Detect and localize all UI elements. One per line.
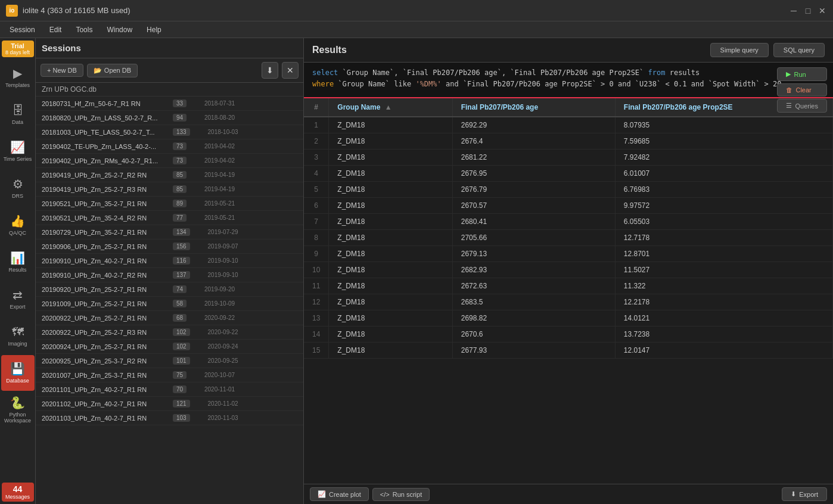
cell-num: 5 bbox=[304, 182, 329, 198]
cell-final-age: 2682.93 bbox=[452, 262, 615, 278]
minimize-button[interactable]: ─ bbox=[789, 6, 798, 15]
run-script-button[interactable]: </> Run script bbox=[372, 488, 430, 501]
session-list-item[interactable]: 20201102_UPb_Zrn_40-2-7_R1 RN 121 2020-1… bbox=[36, 397, 303, 411]
session-list-item[interactable]: 20190521_UPb_Zrn_35-2-7_R1 RN 89 2019-05… bbox=[36, 197, 303, 211]
cell-num: 10 bbox=[304, 262, 329, 278]
session-list-item[interactable]: 20180731_Hf_Zrn_50-6-7_R1 RN 33 2018-07-… bbox=[36, 97, 303, 111]
menu-window[interactable]: Window bbox=[101, 24, 138, 36]
col-group-name[interactable]: Group Name ▲ bbox=[329, 98, 452, 117]
messages-badge[interactable]: 44 Messages bbox=[2, 483, 34, 502]
sidebar-item-export[interactable]: ⇄ Export bbox=[1, 281, 35, 317]
session-list-item[interactable]: 20201103_UPb_Zrn_40-2-7_R1 RN 103 2020-1… bbox=[36, 411, 303, 425]
session-list-item[interactable]: 20201007_UPb_Zrn_25-3-7_R1 RN 75 2020-10… bbox=[36, 368, 303, 382]
sidebar-item-results[interactable]: 📊 Results bbox=[1, 244, 35, 280]
session-date: 2019-04-19 bbox=[190, 172, 235, 178]
table-row[interactable]: 14 Z_DM18 2670.6 13.7238 bbox=[304, 326, 833, 343]
sidebar-item-database[interactable]: 💾 Database bbox=[1, 355, 35, 391]
session-list-item[interactable]: 20200922_UPb_Zrn_25-2-7_R1 RN 68 2020-09… bbox=[36, 311, 303, 325]
cell-prop2se: 11.5027 bbox=[615, 262, 832, 278]
open-db-button[interactable]: 📂 Open DB bbox=[87, 64, 138, 77]
session-date: 2019-04-19 bbox=[190, 186, 235, 192]
col-num: # bbox=[304, 98, 329, 117]
sidebar-item-qa-qc[interactable]: 👍 QA/QC bbox=[1, 207, 35, 243]
session-list-item[interactable]: 20191009_UPb_Zrn_25-2-7_R1 RN 58 2019-10… bbox=[36, 297, 303, 311]
sidebar-item-drs[interactable]: ⚙ DRS bbox=[1, 170, 35, 206]
menu-help[interactable]: Help bbox=[141, 24, 167, 36]
create-plot-button[interactable]: 📈 Create plot bbox=[310, 487, 369, 501]
cell-group-name: Z_DM18 bbox=[329, 150, 452, 166]
session-list-item[interactable]: 20190419_UPb_Zrn_25-2-7_R2 RN 85 2019-04… bbox=[36, 168, 303, 182]
session-count: 102 bbox=[173, 328, 190, 336]
session-list-item[interactable]: 20190419_UPb_Zrn_25-2-7_R3 RN 85 2019-04… bbox=[36, 182, 303, 197]
cell-final-age: 2670.6 bbox=[452, 326, 615, 343]
close-button[interactable]: ✕ bbox=[818, 6, 827, 15]
table-row[interactable]: 9 Z_DM18 2679.13 12.8701 bbox=[304, 246, 833, 262]
session-list-item[interactable]: 20190910_UPb_Zrn_40-2-7_R1 RN 116 2019-0… bbox=[36, 254, 303, 268]
table-row[interactable]: 3 Z_DM18 2681.22 7.92482 bbox=[304, 150, 833, 166]
table-row[interactable]: 7 Z_DM18 2680.41 6.05503 bbox=[304, 214, 833, 230]
session-date: 2019-04-02 bbox=[190, 157, 235, 164]
imaging-label: Imaging bbox=[8, 341, 27, 347]
results-panel: Results Simple query SQL query select `G… bbox=[304, 38, 833, 504]
cell-group-name: Z_DM18 bbox=[329, 326, 452, 343]
queries-button[interactable]: ☰ Queries bbox=[777, 99, 827, 113]
clear-button[interactable]: 🗑 Clear bbox=[777, 83, 827, 97]
sql-editor[interactable]: select `Group Name`, `Final Pb207/Pb206 … bbox=[304, 63, 833, 98]
session-list-item[interactable]: 20200925_UPb_Zrn_25-3-7_R2 RN 101 2020-0… bbox=[36, 354, 303, 368]
run-button[interactable]: ▶ Run bbox=[777, 67, 827, 81]
cell-num: 6 bbox=[304, 198, 329, 214]
session-name: 20190402_TE-UPb_Zrn_LASS_40-2-... bbox=[42, 143, 173, 150]
export-button[interactable]: ⬇ Export bbox=[782, 487, 827, 501]
cell-prop2se: 6.01007 bbox=[615, 166, 832, 182]
table-row[interactable]: 1 Z_DM18 2692.29 8.07935 bbox=[304, 117, 833, 133]
session-list-item[interactable]: 20181003_UPb_TE_LASS_50-2-7_T... 133 201… bbox=[36, 125, 303, 139]
menu-tools[interactable]: Tools bbox=[70, 24, 98, 36]
col-final-age[interactable]: Final Pb207/Pb206 age bbox=[452, 98, 615, 117]
results-tbody: 1 Z_DM18 2692.29 8.07935 2 Z_DM18 2676.4… bbox=[304, 117, 833, 359]
session-list-item[interactable]: 20190402_UPb_Zrn_RMs_40-2-7_R1... 73 201… bbox=[36, 154, 303, 168]
table-row[interactable]: 13 Z_DM18 2698.82 14.0121 bbox=[304, 310, 833, 326]
sql-query-button[interactable]: SQL query bbox=[773, 43, 825, 57]
table-row[interactable]: 6 Z_DM18 2670.57 9.97572 bbox=[304, 198, 833, 214]
data-icon: 🗄 bbox=[12, 104, 24, 117]
simple-query-button[interactable]: Simple query bbox=[710, 43, 769, 57]
session-list-item[interactable]: 20180820_UPb_Zrn_LASS_50-2-7_R... 94 201… bbox=[36, 111, 303, 125]
sidebar-item-imaging[interactable]: 🗺 Imaging bbox=[1, 318, 35, 354]
table-row[interactable]: 11 Z_DM18 2672.63 11.322 bbox=[304, 278, 833, 294]
session-list-item[interactable]: 20190729_UPb_Zrn_35-2-7_R1 RN 134 2019-0… bbox=[36, 225, 303, 239]
session-name: 20181003_UPb_TE_LASS_50-2-7_T... bbox=[42, 129, 173, 136]
table-row[interactable]: 10 Z_DM18 2682.93 11.5027 bbox=[304, 262, 833, 278]
table-row[interactable]: 4 Z_DM18 2676.95 6.01007 bbox=[304, 166, 833, 182]
sidebar-item-time-series[interactable]: 📈 Time Series bbox=[1, 133, 35, 169]
session-count: 134 bbox=[173, 228, 190, 236]
sidebar-item-python[interactable]: 🐍 PythonWorkspace bbox=[1, 392, 35, 428]
session-list-item[interactable]: 20200922_UPb_Zrn_25-2-7_R3 RN 102 2020-0… bbox=[36, 325, 303, 340]
menu-edit[interactable]: Edit bbox=[43, 24, 68, 36]
maximize-button[interactable]: □ bbox=[803, 6, 813, 15]
session-list-item[interactable]: 20190521_UPb_Zrn_35-2-4_R2 RN 77 2019-05… bbox=[36, 211, 303, 225]
cell-prop2se: 12.8701 bbox=[615, 246, 832, 262]
table-header-row: # Group Name ▲ Final Pb207/Pb206 age Fin… bbox=[304, 98, 833, 117]
table-row[interactable]: 8 Z_DM18 2705.66 12.7178 bbox=[304, 230, 833, 246]
menu-session[interactable]: Session bbox=[4, 24, 41, 36]
session-list-item[interactable]: 20190910_UPb_Zrn_40-2-7_R2 RN 137 2019-0… bbox=[36, 268, 303, 282]
sidebar-item-data[interactable]: 🗄 Data bbox=[1, 97, 35, 132]
session-list-item[interactable]: 20201101_UPb_Zrn_40-2-7_R1 RN 70 2020-11… bbox=[36, 382, 303, 397]
close-db-button[interactable]: ✕ bbox=[282, 62, 299, 79]
session-list-item[interactable]: 20190906_UPb_Zrn_25-2-7_R1 RN 156 2019-0… bbox=[36, 239, 303, 254]
sidebar: Trial 8 days left ▶ Templates 🗄 Data 📈 T… bbox=[0, 38, 36, 504]
session-name: 20190402_UPb_Zrn_RMs_40-2-7_R1... bbox=[42, 157, 173, 164]
session-list-item[interactable]: 20190402_TE-UPb_Zrn_LASS_40-2-... 73 201… bbox=[36, 139, 303, 154]
sidebar-item-templates[interactable]: ▶ Templates bbox=[1, 60, 35, 95]
download-button[interactable]: ⬇ bbox=[262, 62, 278, 79]
table-row[interactable]: 12 Z_DM18 2683.5 12.2178 bbox=[304, 294, 833, 310]
table-row[interactable]: 15 Z_DM18 2677.93 12.0147 bbox=[304, 343, 833, 359]
session-list-item[interactable]: 20190920_UPb_Zrn_25-2-7_R1 RN 74 2019-09… bbox=[36, 282, 303, 297]
trial-badge[interactable]: Trial 8 days left bbox=[2, 41, 34, 57]
table-row[interactable]: 2 Z_DM18 2676.4 7.59685 bbox=[304, 133, 833, 150]
new-db-button[interactable]: + New DB bbox=[41, 64, 83, 77]
session-date: 2019-09-10 bbox=[194, 257, 238, 264]
cell-num: 14 bbox=[304, 326, 329, 343]
session-list-item[interactable]: 20200924_UPb_Zrn_25-2-7_R1 RN 102 2020-0… bbox=[36, 340, 303, 354]
table-row[interactable]: 5 Z_DM18 2676.79 6.76983 bbox=[304, 182, 833, 198]
